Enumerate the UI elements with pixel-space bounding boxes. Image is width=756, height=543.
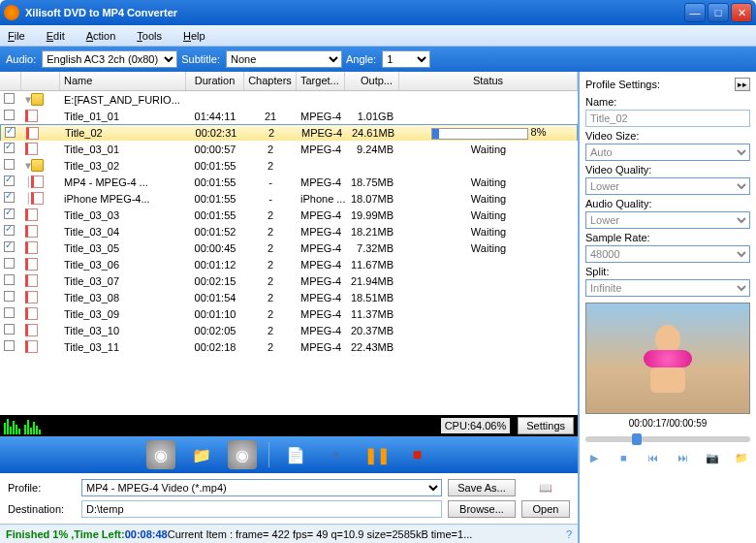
table-row[interactable]: Title_03_0100:00:572MPEG-49.24MBWaiting [0, 141, 578, 157]
browse-button[interactable]: Browse... [448, 500, 516, 518]
name-input[interactable] [585, 110, 750, 127]
play-icon[interactable]: ▶ [585, 450, 603, 465]
col-name[interactable]: Name [60, 72, 186, 90]
video-size-select[interactable]: Auto [585, 144, 750, 161]
row-checkbox[interactable] [4, 340, 15, 351]
row-name: Title_03_08 [60, 291, 186, 304]
audio-select[interactable]: English AC3 2ch (0x80) [42, 50, 177, 68]
open-button[interactable]: Open [521, 500, 570, 518]
file-icon [31, 192, 44, 205]
close-button[interactable]: ✕ [731, 3, 752, 22]
row-checkbox[interactable] [4, 110, 15, 120]
profile-help-icon[interactable]: 📖 [521, 482, 570, 495]
col-duration[interactable]: Duration [186, 72, 244, 90]
pause-button[interactable]: ❚❚ [362, 440, 392, 469]
subtitle-select[interactable]: None [226, 50, 342, 68]
row-checkbox[interactable] [4, 324, 15, 335]
table-row[interactable]: Title_03_0600:01:122MPEG-411.67MB [0, 256, 578, 272]
row-checkbox[interactable] [4, 143, 15, 153]
stop-icon[interactable]: ■ [614, 450, 632, 465]
table-row[interactable]: Title_03_1100:02:182MPEG-422.43MB [0, 338, 578, 355]
table-row[interactable]: Title_03_0500:00:452MPEG-47.32MBWaiting [0, 240, 578, 256]
snapshot-icon[interactable]: 📷 [704, 450, 721, 465]
action-toolbar: ◉ 📁 ◉ 📄 ● ❚❚ ■ [0, 436, 578, 473]
row-duration [186, 99, 244, 101]
save-as-button[interactable]: Save As... [448, 479, 516, 496]
row-chapters: 2 [245, 126, 298, 140]
row-chapters: 2 [244, 291, 297, 304]
next-icon[interactable]: ⏭ [674, 450, 691, 465]
row-name: Title_03_02 [60, 159, 186, 173]
split-label: Split: [585, 266, 750, 277]
add-profile-button[interactable]: 📄 [281, 440, 310, 469]
table-row[interactable]: Title_01_0101:44:1121MPEG-41.01GB [0, 108, 578, 124]
open-iso-button[interactable]: ◉ [228, 440, 257, 469]
file-icon [25, 225, 38, 238]
window-title: Xilisoft DVD to MP4 Converter [25, 7, 682, 18]
stop-button[interactable]: ■ [403, 440, 432, 469]
profile-pane: Profile: MP4 - MPEG-4 Video (*.mp4) Save… [0, 473, 578, 524]
row-output [345, 165, 399, 167]
destination-input[interactable] [81, 500, 442, 518]
row-checkbox[interactable] [4, 208, 15, 219]
maximize-button[interactable]: □ [708, 3, 729, 22]
row-checkbox[interactable] [4, 274, 15, 285]
col-chapters[interactable]: Chapters [244, 72, 297, 90]
minimize-button[interactable]: — [684, 3, 706, 22]
row-checkbox[interactable] [5, 127, 16, 138]
col-target[interactable]: Target... [297, 72, 345, 90]
record-button[interactable]: ● [322, 440, 351, 469]
table-row[interactable]: ▼E:[FAST_AND_FURIO... [0, 91, 578, 108]
col-output[interactable]: Outp... [345, 72, 399, 90]
row-checkbox[interactable] [4, 159, 15, 170]
menu-action[interactable]: Action [86, 30, 116, 42]
cpu-usage: CPU:64.06% [441, 418, 511, 433]
split-select[interactable]: Infinite [585, 279, 750, 297]
row-status [399, 280, 578, 282]
settings-button[interactable]: Settings [518, 417, 574, 434]
audio-quality-select[interactable]: Lower [585, 211, 750, 229]
profile-select[interactable]: MP4 - MPEG-4 Video (*.mp4) [81, 479, 442, 496]
expand-settings-button[interactable]: ▸▸ [735, 78, 750, 91]
table-row[interactable]: │iPhone MPEG-4...00:01:55-iPhone ...18.0… [0, 190, 578, 207]
col-status[interactable]: Status [399, 72, 578, 90]
row-checkbox[interactable] [4, 176, 15, 186]
row-checkbox[interactable] [4, 192, 15, 203]
row-name: Title_01_01 [60, 110, 186, 123]
add-folder-button[interactable]: 📁 [187, 440, 216, 469]
table-row[interactable]: Title_03_0800:01:542MPEG-418.51MB [0, 289, 578, 305]
open-dvd-button[interactable]: ◉ [146, 440, 175, 469]
angle-label: Angle: [346, 53, 376, 65]
menu-edit[interactable]: Edit [47, 30, 65, 42]
status-help-icon[interactable]: ? [566, 528, 572, 540]
row-chapters: - [244, 192, 297, 206]
sample-rate-select[interactable]: 48000 [585, 245, 750, 263]
file-icon [25, 241, 38, 254]
angle-select[interactable]: 1 [382, 50, 430, 68]
row-status: Waiting [399, 241, 578, 255]
settings-panel: Profile Settings: ▸▸ Name: Video Size: A… [580, 72, 756, 543]
file-list[interactable]: ▼E:[FAST_AND_FURIO...Title_01_0101:44:11… [0, 91, 578, 415]
video-quality-select[interactable]: Lower [585, 177, 750, 195]
row-checkbox[interactable] [4, 258, 15, 269]
table-row[interactable]: Title_03_0400:01:522MPEG-418.21MBWaiting [0, 223, 578, 240]
table-row[interactable]: Title_03_0300:01:552MPEG-419.99MBWaiting [0, 207, 578, 223]
table-row[interactable]: ▼Title_03_0200:01:552 [0, 157, 578, 174]
table-row[interactable]: Title_03_0900:01:102MPEG-411.37MB [0, 305, 578, 322]
row-checkbox[interactable] [4, 225, 15, 236]
table-row[interactable]: Title_0200:02:312MPEG-424.61MB 8% [0, 124, 578, 141]
row-checkbox[interactable] [4, 307, 15, 318]
table-row[interactable]: │MP4 - MPEG-4 ...00:01:55-MPEG-418.75MBW… [0, 174, 578, 190]
table-row[interactable]: Title_03_1000:02:052MPEG-420.37MB [0, 322, 578, 338]
titlebar: Xilisoft DVD to MP4 Converter — □ ✕ [0, 0, 756, 25]
preview-slider[interactable] [585, 436, 750, 442]
menu-tools[interactable]: Tools [137, 30, 162, 42]
row-checkbox[interactable] [4, 291, 15, 302]
row-checkbox[interactable] [4, 93, 15, 104]
menu-help[interactable]: Help [183, 30, 205, 42]
menu-file[interactable]: File [8, 30, 25, 42]
prev-icon[interactable]: ⏮ [645, 450, 662, 465]
folder-icon[interactable]: 📁 [733, 450, 750, 465]
table-row[interactable]: Title_03_0700:02:152MPEG-421.94MB [0, 272, 578, 289]
row-checkbox[interactable] [4, 241, 15, 252]
